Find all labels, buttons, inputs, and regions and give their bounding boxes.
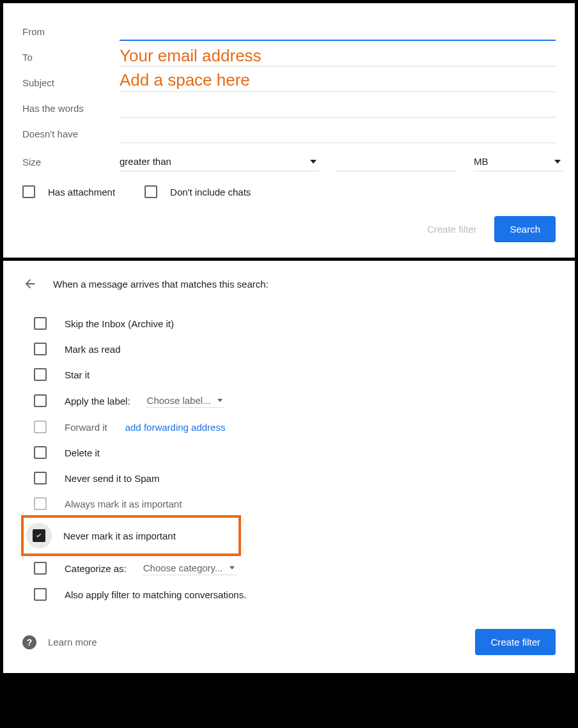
has-attachment-checkbox[interactable]: Has attachment — [22, 185, 115, 198]
create-filter-link[interactable]: Create filter — [427, 224, 477, 235]
field-row-has-words: Has the words — [22, 98, 556, 118]
help-icon: ? — [22, 635, 36, 649]
dont-include-chats-label: Don't include chats — [170, 187, 251, 197]
action-forward_it: Forward itadd forwarding address — [27, 414, 556, 440]
action-label-never_spam: Never send it to Spam — [65, 473, 159, 484]
size-unit-select[interactable]: MB — [474, 152, 563, 171]
checkbox-always_important[interactable] — [34, 497, 47, 510]
checkbox-categorize[interactable] — [34, 562, 47, 575]
select-apply_label[interactable]: Choose label... — [146, 394, 225, 408]
link-forward_it[interactable]: add forwarding address — [125, 422, 226, 433]
create-filter-button[interactable]: Create filter — [475, 629, 556, 655]
action-label-never_important: Never mark it as important — [63, 531, 176, 541]
action-also_apply: Also apply filter to matching conversati… — [27, 582, 556, 607]
search-button[interactable]: Search — [494, 216, 556, 242]
filter-actions-list: Skip the Inbox (Archive it)Mark as readS… — [27, 311, 556, 607]
checkbox-icon — [22, 185, 35, 198]
action-label-mark_read: Mark as read — [65, 344, 121, 355]
from-label: From — [22, 26, 120, 41]
checkbox-icon — [144, 185, 157, 198]
size-unit-value: MB — [474, 156, 488, 167]
action-star_it: Star it — [27, 362, 556, 387]
action-always_important: Always mark it as important — [27, 491, 556, 516]
action-label-categorize: Categorize as: — [65, 563, 127, 574]
doesnt-have-input[interactable] — [120, 124, 556, 143]
checkbox-star_it[interactable] — [34, 368, 47, 381]
action-never_spam: Never send it to Spam — [27, 465, 556, 491]
back-arrow-icon[interactable] — [22, 276, 38, 291]
action-mark_read: Mark as read — [27, 336, 556, 362]
filter-actions-title: When a message arrives that matches this… — [53, 279, 269, 290]
field-row-to: To Your email address — [22, 47, 556, 66]
size-label: Size — [22, 157, 120, 171]
action-label-forward_it: Forward it — [65, 422, 107, 433]
chevron-down-icon — [310, 160, 316, 164]
checkbox-apply_label[interactable] — [34, 394, 47, 407]
dont-include-chats-checkbox[interactable]: Don't include chats — [144, 185, 251, 198]
field-row-subject: Subject Add a space here — [22, 73, 556, 92]
search-filter-panel: From To Your email address Subject Add a… — [0, 0, 578, 261]
filter-actions-panel: When a message arrives that matches this… — [0, 261, 578, 676]
checkbox-also_apply[interactable] — [34, 588, 47, 601]
field-row-from: From — [22, 21, 556, 41]
subject-label: Subject — [22, 77, 120, 92]
action-label-delete_it: Delete it — [65, 447, 100, 458]
action-delete_it: Delete it — [27, 440, 556, 465]
from-input-wrap — [120, 21, 556, 41]
from-input[interactable] — [120, 21, 556, 41]
action-never_important: Never mark it as important — [22, 516, 240, 555]
size-row: Size greater than MB — [22, 151, 556, 171]
checkbox-skip_inbox[interactable] — [34, 317, 47, 330]
size-operator-select[interactable]: greater than — [120, 152, 319, 171]
doesnt-have-label: Doesn't have — [22, 128, 120, 143]
action-label-skip_inbox: Skip the Inbox (Archive it) — [65, 318, 174, 329]
checkbox-mark_read[interactable] — [34, 343, 47, 355]
action-categorize: Categorize as:Choose category... — [27, 555, 556, 582]
to-input-wrap: Your email address — [120, 47, 556, 66]
checkbox-delete_it[interactable] — [34, 446, 47, 459]
has-words-input[interactable] — [120, 98, 556, 118]
subject-input[interactable] — [120, 73, 556, 92]
learn-more-label: Learn more — [48, 637, 97, 647]
action-skip_inbox: Skip the Inbox (Archive it) — [27, 311, 556, 336]
filter-actions-header: When a message arrives that matches this… — [22, 276, 556, 291]
checkbox-never_spam[interactable] — [34, 472, 47, 484]
learn-more-link[interactable]: ? Learn more — [22, 635, 97, 649]
action-apply_label: Apply the label:Choose label... — [27, 387, 556, 414]
has-words-label: Has the words — [22, 103, 120, 118]
checkbox-forward_it[interactable] — [34, 421, 47, 433]
action-label-star_it: Star it — [65, 369, 90, 380]
subject-input-wrap: Add a space here — [120, 73, 556, 92]
to-label: To — [22, 52, 120, 66]
action-label-also_apply: Also apply filter to matching conversati… — [65, 589, 246, 600]
options-row: Has attachment Don't include chats — [22, 185, 556, 198]
chevron-down-icon — [217, 399, 223, 402]
size-operator-value: greater than — [120, 156, 171, 167]
chevron-down-icon — [230, 566, 235, 569]
action-label-apply_label: Apply the label: — [65, 396, 130, 407]
to-input[interactable] — [120, 47, 556, 66]
chevron-down-icon — [554, 160, 561, 164]
filter-actions-footer: ? Learn more Create filter — [22, 629, 556, 655]
checkbox-never_important[interactable] — [33, 529, 45, 542]
select-categorize[interactable]: Choose category... — [142, 561, 237, 575]
search-buttons-row: Create filter Search — [22, 216, 556, 242]
action-label-always_important: Always mark it as important — [65, 499, 182, 509]
field-row-doesnt-have: Doesn't have — [22, 124, 556, 143]
size-value-input[interactable] — [336, 151, 457, 171]
has-attachment-label: Has attachment — [48, 187, 115, 197]
